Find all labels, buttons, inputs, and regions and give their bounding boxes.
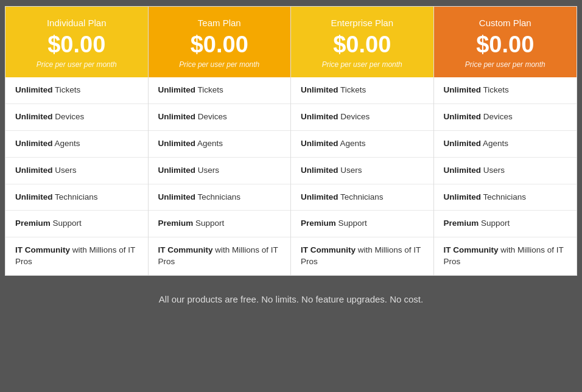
feature-text-3: Users [195,166,219,175]
feature-bold-0: Unlimited [444,85,482,94]
plan-name-team: Team Plan [155,18,285,28]
feature-bold-6: IT Community [158,245,213,254]
plan-name-individual: Individual Plan [12,18,142,28]
feature-text-3: Users [481,166,505,175]
feature-text-4: Technicians [481,192,526,201]
feature-text-1: Devices [481,112,513,121]
feature-bold-5: Premium [15,219,51,228]
feature-bold-4: Unlimited [15,192,53,201]
feature-text-1: Devices [53,112,85,121]
feature-text-0: Tickets [481,85,509,94]
feature-text-2: Agents [481,139,508,148]
feature-text-2: Agents [338,139,366,148]
feature-text-2: Agents [53,139,80,148]
feature-row-0: Unlimited Tickets [434,77,577,104]
feature-row-0: Unlimited Tickets [149,77,291,104]
plan-name-enterprise: Enterprise Plan [297,18,427,28]
plan-col-team: Team Plan$0.00Price per user per monthUn… [149,7,292,275]
feature-text-2: Agents [195,139,223,148]
feature-bold-3: Unlimited [301,166,338,175]
plan-header-individual: Individual Plan$0.00Price per user per m… [5,7,148,77]
feature-row-2: Unlimited Agents [434,131,577,158]
feature-bold-0: Unlimited [301,85,338,94]
feature-text-1: Devices [195,112,227,121]
feature-row-4: Unlimited Technicians [291,184,433,211]
feature-row-2: Unlimited Agents [149,131,291,158]
plan-price-enterprise: $0.00 [297,32,427,58]
feature-bold-0: Unlimited [158,85,196,94]
feature-bold-2: Unlimited [301,139,338,148]
plan-price-note-team: Price per user per month [155,60,285,69]
feature-text-0: Tickets [53,85,81,94]
plan-features-individual: Unlimited TicketsUnlimited DevicesUnlimi… [5,77,148,275]
feature-row-6: IT Community with Millions of IT Pros [434,237,577,275]
feature-row-4: Unlimited Technicians [5,184,148,211]
feature-text-4: Technicians [53,192,98,201]
plan-features-team: Unlimited TicketsUnlimited DevicesUnlimi… [149,77,291,275]
feature-bold-1: Unlimited [158,112,196,121]
feature-row-3: Unlimited Users [434,158,577,184]
plan-name-custom: Custom Plan [440,18,571,28]
feature-row-3: Unlimited Users [5,158,148,184]
feature-bold-0: Unlimited [15,85,53,94]
plan-features-custom: Unlimited TicketsUnlimited DevicesUnlimi… [434,77,577,275]
feature-row-1: Unlimited Devices [434,104,577,131]
feature-row-1: Unlimited Devices [149,104,291,131]
plan-features-enterprise: Unlimited TicketsUnlimited DevicesUnlimi… [291,77,433,275]
feature-bold-1: Unlimited [15,112,53,121]
feature-bold-1: Unlimited [301,112,338,121]
plan-header-team: Team Plan$0.00Price per user per month [149,7,291,77]
feature-bold-6: IT Community [301,245,356,254]
plan-price-note-individual: Price per user per month [12,60,142,69]
feature-row-3: Unlimited Users [291,158,433,184]
feature-bold-3: Unlimited [444,166,482,175]
feature-row-1: Unlimited Devices [5,104,148,131]
feature-bold-5: Premium [444,219,479,228]
feature-text-0: Tickets [195,85,223,94]
pricing-grid: Individual Plan$0.00Price per user per m… [5,6,577,276]
plan-price-custom: $0.00 [440,32,571,58]
footer-text: All our products are free. No limits. No… [159,294,423,317]
feature-bold-3: Unlimited [158,166,196,175]
feature-bold-1: Unlimited [444,112,482,121]
feature-bold-2: Unlimited [444,139,482,148]
feature-bold-6: IT Community [15,245,70,254]
feature-text-1: Devices [338,112,370,121]
feature-row-6: IT Community with Millions of IT Pros [5,237,148,275]
feature-text-4: Technicians [195,192,240,201]
feature-text-3: Users [338,166,362,175]
feature-bold-6: IT Community [444,245,499,254]
feature-row-2: Unlimited Agents [5,131,148,158]
plan-price-team: $0.00 [155,32,285,58]
feature-row-1: Unlimited Devices [291,104,433,131]
feature-row-2: Unlimited Agents [291,131,433,158]
feature-row-3: Unlimited Users [149,158,291,184]
feature-row-5: Premium Support [291,211,433,237]
feature-bold-4: Unlimited [444,192,482,201]
feature-row-4: Unlimited Technicians [149,184,291,211]
feature-bold-5: Premium [158,219,194,228]
feature-bold-2: Unlimited [15,139,53,148]
plan-col-custom: Custom Plan$0.00Price per user per month… [434,7,577,275]
feature-text-4: Technicians [338,192,384,201]
plan-price-note-custom: Price per user per month [440,60,571,69]
feature-row-5: Premium Support [434,211,577,237]
plan-price-note-enterprise: Price per user per month [297,60,427,69]
feature-text-5: Support [479,219,510,228]
plan-col-individual: Individual Plan$0.00Price per user per m… [5,7,149,275]
feature-row-5: Premium Support [5,211,148,237]
feature-row-4: Unlimited Technicians [434,184,577,211]
feature-row-0: Unlimited Tickets [5,77,148,104]
feature-row-0: Unlimited Tickets [291,77,433,104]
feature-text-0: Tickets [338,85,366,94]
feature-row-6: IT Community with Millions of IT Pros [149,237,291,275]
feature-text-5: Support [336,219,367,228]
feature-text-5: Support [51,219,82,228]
feature-bold-4: Unlimited [158,192,196,201]
feature-text-5: Support [193,219,224,228]
plan-col-enterprise: Enterprise Plan$0.00Price per user per m… [291,7,434,275]
feature-bold-4: Unlimited [301,192,338,201]
plan-header-custom: Custom Plan$0.00Price per user per month [434,7,577,77]
feature-text-3: Users [53,166,77,175]
feature-row-5: Premium Support [149,211,291,237]
